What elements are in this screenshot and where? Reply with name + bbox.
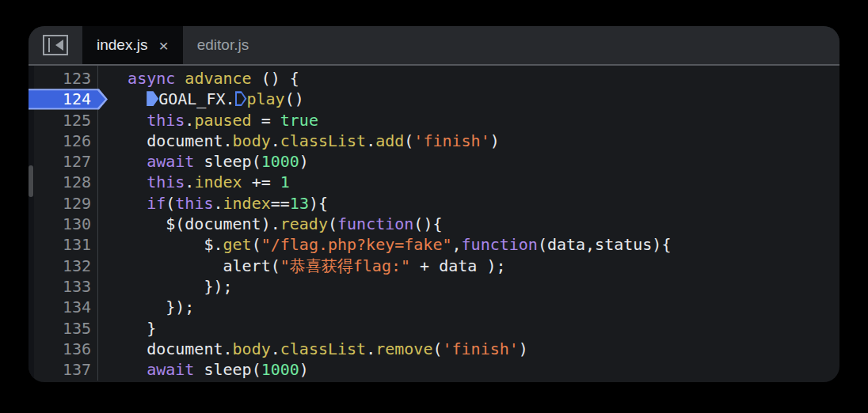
line-number[interactable]: 129: [29, 193, 97, 214]
code-line: 126 document.body.classList.add('finish'…: [29, 131, 839, 151]
code-line: 137 await sleep(1000): [29, 359, 839, 380]
line-number[interactable]: 136: [29, 339, 97, 359]
code-text: document.body.classList.add('finish'): [97, 131, 500, 151]
line-number[interactable]: 125: [29, 110, 97, 131]
code-text: GOAL_FX.play(): [97, 89, 304, 109]
close-icon[interactable]: ×: [158, 37, 168, 54]
marker-outline-icon[interactable]: [235, 91, 247, 106]
line-number[interactable]: 131: [29, 234, 97, 255]
code-line: 134 });: [29, 297, 839, 317]
editor-window: index.js × editor.js 123 async advance (…: [29, 26, 839, 382]
active-line-number[interactable]: 124: [29, 89, 97, 109]
tab-label: editor.js: [197, 36, 249, 54]
code-text: });: [97, 297, 194, 317]
code-line: 127 await sleep(1000): [29, 151, 839, 172]
code-line: 133 });: [29, 276, 839, 297]
code-line: 131 $.get("/flag.php?key=fake",function(…: [29, 234, 839, 255]
code-line: 129 if(this.index==13){: [29, 193, 839, 214]
code-text: this.index += 1: [97, 172, 290, 192]
tab-bar: index.js × editor.js: [29, 26, 839, 66]
code-text: });: [97, 276, 233, 297]
code-line: 123 async advance () {: [29, 68, 839, 89]
line-number[interactable]: 123: [29, 68, 97, 89]
sidebar-collapse-icon: [43, 35, 68, 55]
code-editor: 123 async advance () {124 GOAL_FX.play()…: [29, 66, 839, 381]
code-text: await sleep(1000): [97, 359, 309, 380]
code-line: 124 GOAL_FX.play(): [29, 89, 839, 109]
line-number[interactable]: 134: [29, 297, 97, 317]
line-number[interactable]: 130: [29, 214, 97, 234]
sidebar-toggle-button[interactable]: [29, 26, 82, 64]
line-number[interactable]: 128: [29, 172, 97, 192]
code-text: }: [97, 318, 156, 339]
code-line: 136 document.body.classList.remove('fini…: [29, 339, 839, 359]
code-text: this.paused = true: [97, 110, 318, 131]
line-number[interactable]: 127: [29, 151, 97, 172]
code-text: if(this.index==13){: [97, 193, 328, 214]
code-text: document.body.classList.remove('finish'): [97, 339, 528, 359]
code-line: 132 alert("恭喜获得flag:" + data );: [29, 256, 839, 276]
code-text: async advance () {: [97, 68, 299, 89]
line-number[interactable]: 133: [29, 276, 97, 297]
code-line: 130 $(document).ready(function(){: [29, 214, 839, 234]
marker-solid-icon[interactable]: [147, 91, 158, 106]
code-line: 128 this.index += 1: [29, 172, 839, 192]
code-line: 135 }: [29, 318, 839, 339]
line-number[interactable]: 135: [29, 318, 97, 339]
tab-label: index.js: [97, 36, 147, 54]
code-text: $.get("/flag.php?key=fake",function(data…: [97, 234, 671, 255]
code-line: 125 this.paused = true: [29, 110, 839, 131]
code-text: $(document).ready(function(){: [97, 214, 442, 234]
line-number[interactable]: 132: [29, 256, 97, 276]
tab-editor-js[interactable]: editor.js: [183, 26, 263, 64]
line-number[interactable]: 126: [29, 131, 97, 151]
code-text: await sleep(1000): [97, 151, 309, 172]
line-number[interactable]: 137: [29, 359, 97, 380]
tab-index-js[interactable]: index.js ×: [82, 26, 183, 64]
code-text: alert("恭喜获得flag:" + data );: [97, 256, 505, 276]
code-rows: 123 async advance () {124 GOAL_FX.play()…: [29, 68, 839, 380]
